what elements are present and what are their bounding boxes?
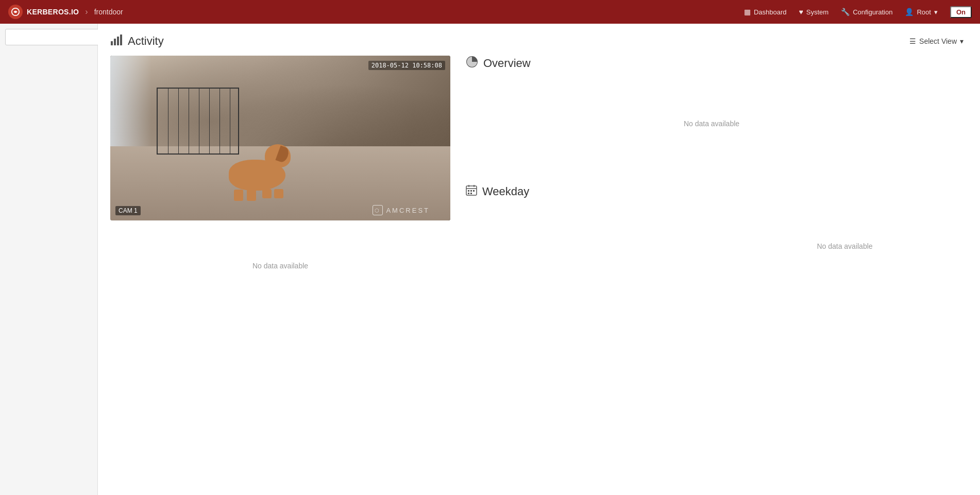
weekday-title-text: Weekday xyxy=(482,185,529,198)
bottom-right-panel: No data available xyxy=(722,211,968,281)
root-label: Root xyxy=(917,8,931,16)
amcrest-icon: ⬡ xyxy=(373,205,383,215)
overview-panel: Overview No data available xyxy=(466,56,968,169)
nav-configuration[interactable]: 🔧 Configuration xyxy=(841,8,892,16)
overview-title: Overview xyxy=(466,56,957,71)
app-title: KERBEROS.IO xyxy=(27,8,79,16)
weekday-title: Weekday xyxy=(466,184,968,199)
svg-rect-14 xyxy=(470,193,472,194)
navbar-nav: ▦ Dashboard ♥ System 🔧 Configuration 👤 R… xyxy=(744,6,972,18)
svg-rect-4 xyxy=(120,35,122,45)
camera-watermark: ⬡ AMCREST xyxy=(373,205,430,215)
sidebar: 📅 xyxy=(0,24,98,495)
right-top: Overview No data available xyxy=(466,56,968,169)
svg-rect-10 xyxy=(468,190,469,192)
bottom-left-no-data: No data available xyxy=(252,262,308,270)
nav-root[interactable]: 👤 Root ▾ xyxy=(905,8,937,16)
activity-title-group: Activity xyxy=(110,34,164,48)
activity-header: Activity ☰ Select View ▾ xyxy=(110,34,968,48)
svg-rect-1 xyxy=(111,41,113,45)
right-bottom-panels: No data available xyxy=(466,211,968,281)
app-subtitle: frontdoor xyxy=(94,8,123,16)
system-label: System xyxy=(806,8,829,16)
cage xyxy=(157,88,239,155)
configuration-icon: 🔧 xyxy=(841,8,850,16)
brand-separator: › xyxy=(85,7,88,16)
dashboard-label: Dashboard xyxy=(754,8,787,16)
left-column: 2018-05-12 10:58:08 CAM 1 ⬡ AMCREST No d… xyxy=(110,56,450,301)
overview-title-text: Overview xyxy=(483,57,531,70)
date-input[interactable] xyxy=(5,29,99,45)
camera-background: 2018-05-12 10:58:08 CAM 1 ⬡ AMCREST xyxy=(110,56,450,220)
nav-dashboard[interactable]: ▦ Dashboard xyxy=(744,8,787,16)
camera-feed: 2018-05-12 10:58:08 CAM 1 ⬡ AMCREST xyxy=(110,56,450,220)
on-button[interactable]: On xyxy=(950,6,972,18)
right-bottom-left-panel xyxy=(466,211,712,281)
dog-silhouette xyxy=(229,160,285,191)
amcrest-text: AMCREST xyxy=(386,207,430,214)
svg-rect-12 xyxy=(473,190,475,192)
weekday-icon xyxy=(466,184,477,199)
overview-no-data: No data available xyxy=(466,78,957,169)
camera-label: CAM 1 xyxy=(115,206,141,215)
bottom-left-panel: No data available xyxy=(110,231,450,301)
dropdown-arrow-icon: ▾ xyxy=(960,37,964,45)
overview-icon xyxy=(466,56,478,71)
user-icon: 👤 xyxy=(905,8,914,16)
system-icon: ♥ xyxy=(799,8,803,16)
svg-rect-2 xyxy=(114,39,116,45)
content-area: 2018-05-12 10:58:08 CAM 1 ⬡ AMCREST No d… xyxy=(110,56,968,301)
dashboard-icon: ▦ xyxy=(744,8,751,16)
navbar-brand: KERBEROS.IO › frontdoor xyxy=(8,5,123,19)
camera-timestamp: 2018-05-12 10:58:08 xyxy=(368,61,445,70)
select-view-label: Select View xyxy=(919,37,957,45)
datepicker-container: 📅 xyxy=(5,29,92,45)
app-logo[interactable] xyxy=(8,5,23,19)
main-layout: 📅 Activity ☰ Selec xyxy=(0,24,980,495)
select-view-button[interactable]: ☰ Select View ▾ xyxy=(905,35,968,47)
main-content: Activity ☰ Select View ▾ xyxy=(98,24,980,495)
activity-title-text: Activity xyxy=(128,35,164,48)
right-column: Overview No data available xyxy=(466,56,968,281)
navbar: KERBEROS.IO › frontdoor ▦ Dashboard ♥ Sy… xyxy=(0,0,980,24)
hamburger-icon: ☰ xyxy=(909,37,916,45)
svg-rect-3 xyxy=(117,37,119,45)
nav-system[interactable]: ♥ System xyxy=(799,8,829,16)
bottom-right-no-data: No data available xyxy=(817,242,872,250)
svg-rect-13 xyxy=(468,193,469,194)
weekday-section: Weekday xyxy=(466,184,968,206)
dropdown-icon: ▾ xyxy=(934,8,938,16)
svg-rect-11 xyxy=(470,190,472,192)
activity-icon xyxy=(110,34,123,48)
configuration-label: Configuration xyxy=(853,8,892,16)
